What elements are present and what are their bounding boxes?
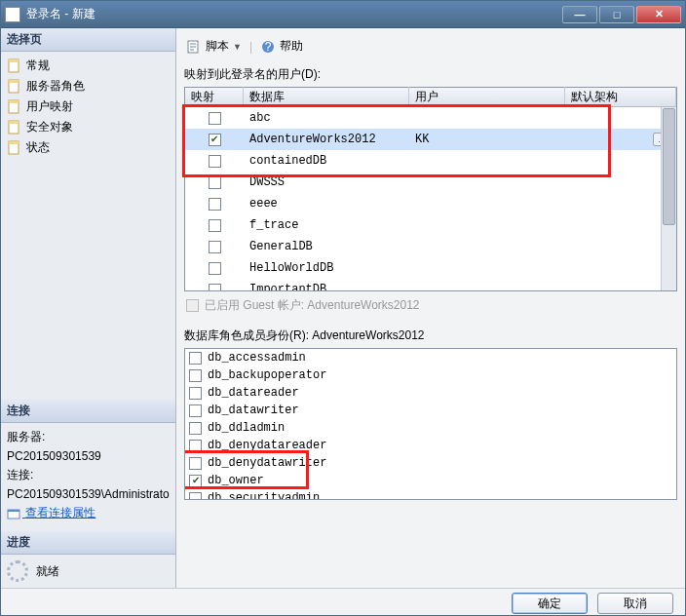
toolbar: 脚本 ▼ | ? 帮助 <box>184 34 677 58</box>
role-checkbox[interactable]: ✔ <box>189 475 202 487</box>
map-checkbox[interactable] <box>209 155 221 168</box>
help-icon: ? <box>260 39 276 55</box>
mapping-section-label: 映射到此登录名的用户(D): <box>184 66 677 83</box>
map-checkbox[interactable] <box>209 198 221 211</box>
role-label: db_denydatawriter <box>208 456 326 470</box>
guest-checkbox <box>186 299 199 312</box>
table-row[interactable]: GeneralDB <box>185 236 676 257</box>
map-checkbox[interactable] <box>209 176 221 189</box>
link-text: 查看连接属性 <box>25 506 95 520</box>
server-label: 服务器: <box>7 429 170 445</box>
nav-item-general[interactable]: 常规 <box>3 56 173 76</box>
scroll-thumb[interactable] <box>663 108 675 225</box>
page-icon <box>7 58 22 74</box>
connection-panel: 服务器: PC201509301539 连接: PC201509301539\A… <box>1 423 175 531</box>
role-row[interactable]: ✔db_owner <box>185 472 676 489</box>
table-row[interactable]: HelloWorldDB <box>185 257 676 279</box>
role-row[interactable]: db_datareader <box>185 384 676 402</box>
nav-label: 状态 <box>26 139 50 156</box>
script-icon <box>186 39 202 55</box>
role-checkbox[interactable] <box>189 404 202 417</box>
role-checkbox[interactable] <box>189 492 202 501</box>
server-value: PC201509301539 <box>7 449 170 463</box>
table-row[interactable]: abc <box>185 107 676 129</box>
role-checkbox[interactable] <box>189 440 202 452</box>
nav-item-status[interactable]: 状态 <box>3 137 173 158</box>
progress-status: 就绪 <box>36 563 59 580</box>
grid-header: 映射 数据库 用户 默认架构 <box>185 88 676 107</box>
role-row[interactable]: db_denydatareader <box>185 437 676 454</box>
main-area: 脚本 ▼ | ? 帮助 映射到此登录名的用户(D): 映射 数据库 用户 默认架… <box>176 28 685 588</box>
grid-scrollbar[interactable] <box>661 107 676 290</box>
role-checkbox[interactable] <box>189 457 202 470</box>
table-row[interactable]: DWSSS <box>185 172 676 193</box>
view-connection-properties-link[interactable]: 查看连接属性 <box>7 506 95 520</box>
col-schema[interactable]: 默认架构 <box>565 87 676 107</box>
progress-header: 进度 <box>1 531 175 555</box>
app-icon <box>5 7 20 22</box>
role-checkbox[interactable] <box>189 369 202 382</box>
conn-value: PC201509301539\Administrato <box>7 487 170 501</box>
svg-rect-3 <box>9 80 19 83</box>
role-row[interactable]: db_securityadmin <box>185 489 676 500</box>
table-row[interactable]: ImportantDB <box>185 279 676 290</box>
nav-item-user-mapping[interactable]: 用户映射 <box>3 96 173 117</box>
title-bar: 登录名 - 新建 — □ ✕ <box>1 1 685 28</box>
db-cell: eeee <box>244 197 409 211</box>
table-row[interactable]: ✔AdventureWorks2012KK... <box>185 129 676 150</box>
role-label: db_accessadmin <box>208 351 306 365</box>
page-icon <box>7 99 22 115</box>
nav-label: 常规 <box>26 58 50 74</box>
roles-list: db_accessadmindb_backupoperatordb_datare… <box>184 348 677 500</box>
svg-text:?: ? <box>265 40 272 54</box>
map-checkbox[interactable] <box>209 219 221 232</box>
role-checkbox[interactable] <box>189 352 202 365</box>
role-row[interactable]: db_denydatawriter <box>185 454 676 472</box>
svg-rect-5 <box>9 100 19 103</box>
cancel-button[interactable]: 取消 <box>597 593 673 614</box>
role-row[interactable]: db_backupoperator <box>185 366 676 384</box>
ok-button[interactable]: 确定 <box>512 593 588 614</box>
roles-section-label: 数据库角色成员身份(R): AdventureWorks2012 <box>184 327 677 344</box>
nav-item-securables[interactable]: 安全对象 <box>3 117 173 137</box>
page-icon <box>7 79 22 95</box>
maximize-button[interactable]: □ <box>599 6 634 23</box>
table-row[interactable]: containedDB <box>185 150 676 172</box>
col-database[interactable]: 数据库 <box>244 87 409 107</box>
role-row[interactable]: db_accessadmin <box>185 349 676 366</box>
col-map[interactable]: 映射 <box>185 87 244 107</box>
page-icon <box>7 120 22 135</box>
guest-label: 已启用 Guest 帐户: AdventureWorks2012 <box>205 297 420 314</box>
col-user[interactable]: 用户 <box>409 87 565 107</box>
role-checkbox[interactable] <box>189 387 202 400</box>
role-row[interactable]: db_datawriter <box>185 402 676 419</box>
db-cell: AdventureWorks2012 <box>244 133 409 146</box>
role-label: db_backupoperator <box>208 368 326 382</box>
client-area: 选择页 常规 服务器角色 用户映射 安全对象 状态 <box>1 28 685 588</box>
window-title: 登录名 - 新建 <box>26 6 562 22</box>
help-button[interactable]: ? 帮助 <box>260 38 303 55</box>
map-checkbox[interactable] <box>209 112 221 125</box>
table-row[interactable]: f_trace <box>185 214 676 236</box>
map-checkbox[interactable]: ✔ <box>209 134 221 146</box>
map-checkbox[interactable] <box>209 262 221 275</box>
close-button[interactable]: ✕ <box>636 6 681 23</box>
role-label: db_ddladmin <box>208 421 285 435</box>
nav-item-server-roles[interactable]: 服务器角色 <box>3 76 173 96</box>
nav-list: 常规 服务器角色 用户映射 安全对象 状态 <box>1 52 175 162</box>
db-cell: ImportantDB <box>244 283 409 290</box>
dialog-footer: 确定 取消 <box>1 588 685 616</box>
progress-spinner-icon <box>7 560 28 582</box>
map-checkbox[interactable] <box>209 241 221 253</box>
role-label: db_owner <box>208 474 264 487</box>
map-checkbox[interactable] <box>209 284 221 291</box>
role-checkbox[interactable] <box>189 422 202 435</box>
table-row[interactable]: eeee <box>185 193 676 214</box>
svg-rect-1 <box>9 59 19 62</box>
db-cell: containedDB <box>244 154 409 168</box>
minimize-button[interactable]: — <box>562 6 597 23</box>
guest-enabled-row: 已启用 Guest 帐户: AdventureWorks2012 <box>184 291 677 320</box>
role-row[interactable]: db_ddladmin <box>185 419 676 437</box>
db-cell: abc <box>244 111 409 125</box>
script-button[interactable]: 脚本 ▼ <box>186 38 242 55</box>
